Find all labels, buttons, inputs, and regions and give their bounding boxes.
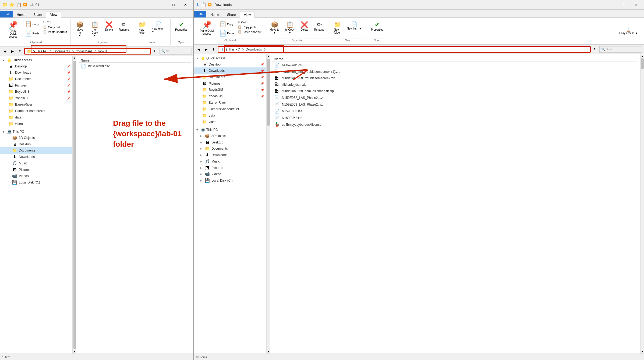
nav-music-pc[interactable]: 🎵 Music <box>0 160 72 167</box>
right-delete-btn[interactable]: ❌ Delete <box>298 20 311 33</box>
right-nav-boydsgis[interactable]: 📁 BoydsGIS 📌 <box>194 87 266 93</box>
copy-path-btn[interactable]: 📋Copy path <box>42 25 68 29</box>
nav-boydsgis[interactable]: 📁 BoydsGIS 📌 <box>0 88 72 95</box>
right-file-inundation1[interactable]: 🗜 inundation_25ft_troublesomecreek (1).z… <box>272 69 638 75</box>
right-forward-btn[interactable]: ▶ <box>203 46 209 53</box>
back-btn[interactable]: ◀ <box>2 48 8 55</box>
right-nav-localdisk[interactable]: ▶ 💾 Local Disk (C:) <box>194 177 266 184</box>
nav-yodasgis[interactable]: 📁 YodasGIS 📌 <box>0 95 72 101</box>
nav-downloads-quick[interactable]: ⬇ Downloads 📌 <box>0 69 72 76</box>
right-nav-desktop-quick[interactable]: 🖥 Desktop 📌 <box>194 61 266 67</box>
nav-3dobjects[interactable]: 📦 3D Objects <box>0 135 72 141</box>
paste-btn[interactable]: 📄 Paste <box>23 29 41 38</box>
right-cut-btn[interactable]: ✂Cut <box>236 20 263 24</box>
right-file-inundation2[interactable]: 🗜 inundation_25ft_troublesomecreek.zip <box>272 75 638 81</box>
right-nav-data[interactable]: 📁 data <box>194 112 266 119</box>
move-to-btn[interactable]: 📦 Move to▼ <box>73 20 87 38</box>
right-file-cyberduck[interactable]: 🦆 ce4bmsyt.cyberducklicense <box>272 121 638 128</box>
right-rename-btn[interactable]: ✏ Rename <box>312 20 327 33</box>
right-search-box[interactable]: 🔍 Sear... <box>599 46 642 53</box>
right-maximize-btn[interactable]: □ <box>618 1 630 9</box>
nav-downloads-pc[interactable]: ⬇ Downloads <box>0 154 72 160</box>
nav-pictures-pc[interactable]: 🖼 Pictures <box>0 167 72 173</box>
right-close-btn[interactable]: ✕ <box>630 1 642 9</box>
left-tab-view[interactable]: View <box>46 12 61 18</box>
right-paste-shortcut-btn[interactable]: 📋Paste shortcut <box>236 30 263 34</box>
right-up-btn[interactable]: ⬆ <box>210 46 217 53</box>
right-refresh-btn[interactable]: ↻ <box>592 46 598 53</box>
right-nav-barrenriver[interactable]: 📁 BarrenRiver <box>194 99 266 106</box>
nav-localdisk[interactable]: 💾 Local Disk (C:) <box>0 179 72 186</box>
right-nav-music-pc[interactable]: ▶ 🎵 Music <box>194 158 266 165</box>
right-nav-pictures-pc[interactable]: ▶ 🖼 Pictures <box>194 165 266 171</box>
nav-documents-quick[interactable]: 📁 Documents 📌 <box>0 76 72 82</box>
right-tab-view[interactable]: View <box>240 12 255 18</box>
right-nav-documents-quick[interactable]: 📁 Documents 📌 <box>194 74 266 80</box>
right-file-scrollbar[interactable]: ▲ ▼ <box>640 54 644 354</box>
right-file-inundation-tif[interactable]: 🗜 inundation_25ft_dsm_hillshade.tif.zip <box>272 88 638 94</box>
copy-btn[interactable]: 📋 Copy <box>23 20 41 28</box>
right-new-folder-btn[interactable]: 📁 Newfolder <box>331 20 344 35</box>
delete-btn[interactable]: ❌ Delete <box>103 20 115 33</box>
cut-btn[interactable]: ✂Cut <box>42 20 68 24</box>
nav-documents-pc[interactable]: 📁 Documents <box>0 147 72 154</box>
nav-barrenriver[interactable]: 📁 BarrenRiver <box>0 101 72 108</box>
left-tab-share[interactable]: Share <box>29 12 46 18</box>
right-file-hello-world[interactable]: 📄 hello-world.csv <box>272 62 638 69</box>
right-properties-btn[interactable]: ✔ Properties <box>369 20 386 33</box>
left-nav-scrollbar[interactable]: ▲ ▼ <box>73 56 76 354</box>
right-this-pc-header[interactable]: ▼ 💻 This PC <box>194 127 266 133</box>
right-nav-video[interactable]: 📁 video <box>194 119 266 125</box>
right-file-hillshade[interactable]: 🗜 hillshade_dsm.zip <box>272 81 638 88</box>
right-file-laz2[interactable]: 📄 N159E063_LAS_Phase2.laz <box>272 101 638 108</box>
right-tab-file[interactable]: File <box>194 11 206 17</box>
close-btn[interactable]: ✕ <box>179 1 191 9</box>
right-tab-share[interactable]: Share <box>223 12 240 18</box>
minimize-btn[interactable]: ─ <box>156 1 168 9</box>
left-tab-home[interactable]: Home <box>13 12 29 18</box>
right-address-path[interactable]: ⬇ ❯ This PC ❯ Downloads ❯ <box>218 46 591 53</box>
right-copy-path-btn[interactable]: 📋Copy path <box>236 25 263 29</box>
left-tab-file[interactable]: File <box>0 11 13 17</box>
right-move-to-btn[interactable]: 📦 Move to▼ <box>267 20 282 35</box>
right-nav-campusshadedrelief[interactable]: 📁 CampusShadedrelief <box>194 106 266 112</box>
new-item-btn[interactable]: 📄 New item ▼ <box>149 20 168 34</box>
right-tab-home[interactable]: Home <box>206 12 223 18</box>
nav-campusshadedrelief[interactable]: 📁 CampusShadedrelief <box>0 108 72 114</box>
right-nav-desktop-pc[interactable]: ▶ 🖥 Desktop <box>194 139 266 145</box>
nav-desktop-quick[interactable]: 🖥 Desktop 📌 <box>0 63 72 69</box>
nav-data[interactable]: 📁 data <box>0 114 72 121</box>
right-new-item-btn[interactable]: 📄 New item ▼ <box>345 20 364 31</box>
nav-desktop-pc[interactable]: 🖥 Desktop <box>0 141 72 147</box>
refresh-btn[interactable]: ↻ <box>152 48 158 55</box>
pin-quick-access-btn[interactable]: 📌 Pin to Quickaccess <box>4 20 22 39</box>
right-copy-btn[interactable]: 📋 Copy <box>218 20 235 28</box>
right-nav-scrollbar[interactable]: ▲ ▼ <box>266 54 270 354</box>
this-pc-header[interactable]: ▼ 💻 This PC <box>0 129 72 135</box>
right-minimize-btn[interactable]: ─ <box>606 1 618 9</box>
new-folder-btn[interactable]: 📁 Newfolder <box>136 20 148 35</box>
paste-shortcut-btn[interactable]: 📋Paste shortcut <box>42 30 68 34</box>
address-path[interactable]: 📁 ❯ This PC ❯ Documents ❯ YodasMaps ❯ la… <box>24 48 151 55</box>
easy-access-btn[interactable]: 📋 Easy access ▼ <box>617 26 640 36</box>
properties-btn[interactable]: ✔ Properties <box>173 20 190 33</box>
forward-btn[interactable]: ▶ <box>9 48 16 55</box>
nav-pictures-quick[interactable]: 🖼 Pictures 📌 <box>0 82 72 88</box>
right-file-laz3[interactable]: 📄 N159E063.laz <box>272 108 638 114</box>
rename-btn[interactable]: ✏ Rename <box>116 20 132 33</box>
right-nav-videos-pc[interactable]: ▶ 📹 Videos <box>194 171 266 177</box>
nav-videos-pc[interactable]: 📹 Videos <box>0 173 72 179</box>
right-copy-to-btn[interactable]: 📋 to Copy▼ <box>283 20 297 35</box>
right-quick-access-header[interactable]: ▼ ⭐ Quick access <box>194 55 266 61</box>
up-btn[interactable]: ⬆ <box>17 48 23 55</box>
search-box[interactable]: 🔍 Se... <box>160 48 192 55</box>
right-nav-3dobjects[interactable]: ▶ 📦 3D Objects <box>194 133 266 139</box>
right-file-laz1[interactable]: 📄 N159E062_LAS_Phase2.laz <box>272 94 638 101</box>
right-pin-quick-access-btn[interactable]: 📌 Pin to Quickaccess <box>197 20 217 37</box>
file-hello-world-csv-left[interactable]: 📄 hello-world.csv <box>79 63 191 69</box>
right-nav-yodasgis[interactable]: 📁 YodasGIS 📌 <box>194 93 266 99</box>
copy-to-btn[interactable]: 📋 to Copy▼ <box>88 20 102 38</box>
right-back-btn[interactable]: ◀ <box>195 46 202 53</box>
right-paste-btn[interactable]: 📄 Paste <box>218 29 235 38</box>
nav-video[interactable]: 📁 video <box>0 121 72 127</box>
